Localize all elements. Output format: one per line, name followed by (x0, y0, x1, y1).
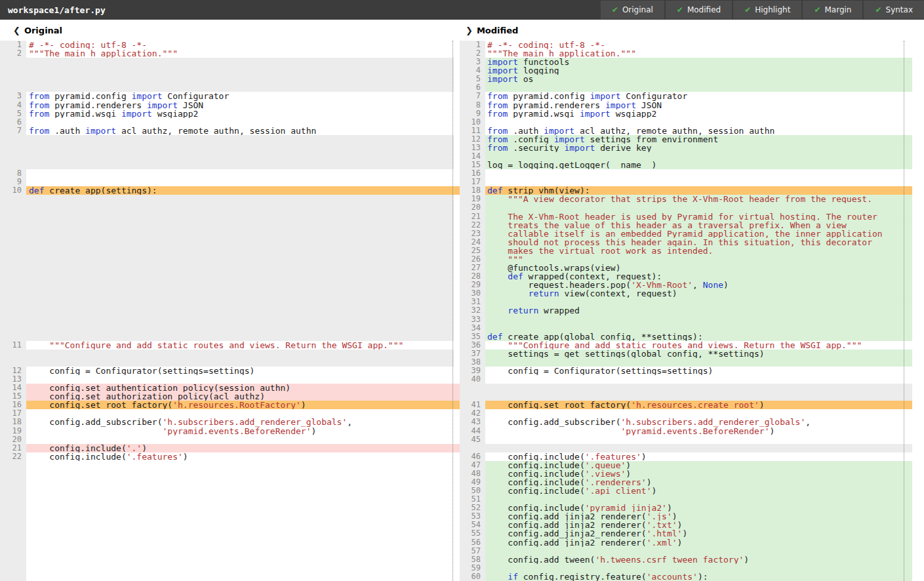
code-line-left[interactable] (26, 478, 454, 487)
code-line-left[interactable] (26, 255, 454, 264)
code-line-right[interactable] (485, 444, 912, 452)
code-line-right[interactable]: import os (485, 75, 912, 83)
code-line-left[interactable] (26, 152, 454, 161)
code-line-right[interactable]: config.include('pyramid_jinja2') (485, 504, 912, 512)
code-line-left[interactable] (26, 487, 454, 495)
code-line-right[interactable]: config.add_jinja2_renderer('.txt') (485, 521, 912, 529)
code-line-right[interactable]: import functools (485, 58, 912, 66)
code-line-right[interactable]: config.add_jinja2_renderer('.html') (485, 529, 912, 538)
code-line-right[interactable]: # -*- coding: utf-8 -*- (485, 41, 912, 49)
code-line-left[interactable] (26, 144, 454, 152)
code-line-right[interactable] (485, 392, 912, 401)
code-line-right[interactable]: return view(context, request) (485, 289, 912, 298)
code-line-left[interactable] (26, 58, 454, 66)
code-line-right[interactable] (485, 409, 912, 418)
code-line-right[interactable]: callable itself is an embedded Pyramid a… (485, 230, 912, 238)
code-line-right[interactable]: config.add_subscriber('h.subscribers.add… (485, 418, 912, 426)
code-line-right[interactable]: config.include('.queue') (485, 461, 912, 470)
code-line-right[interactable]: should not process this header again. In… (485, 238, 912, 247)
code-line-right[interactable]: from .config import settings_from_enviro… (485, 135, 912, 144)
code-line-left[interactable] (26, 547, 454, 555)
code-line-left[interactable] (26, 83, 454, 92)
code-line-left[interactable] (26, 358, 454, 367)
code-line-right[interactable]: from pyramid.renderers import JSON (485, 101, 912, 110)
code-line-right[interactable]: @functools.wraps(view) (485, 264, 912, 272)
code-line-left[interactable]: 'pyramid.events.BeforeRender') (26, 427, 454, 435)
code-line-right[interactable]: config.include('.api_client') (485, 487, 912, 495)
code-line-left[interactable]: from pyramid.wsgi import wsgiapp2 (26, 110, 454, 118)
code-line-left[interactable] (26, 409, 454, 418)
code-line-left[interactable] (26, 538, 454, 547)
code-line-right[interactable]: log = logging.getLogger(__name__) (485, 161, 912, 169)
code-line-left[interactable] (26, 324, 454, 332)
code-line-right[interactable] (485, 564, 912, 572)
code-line-right[interactable]: settings = get_settings(global_config, *… (485, 350, 912, 358)
code-line-right[interactable] (485, 152, 912, 161)
code-line-left[interactable] (26, 375, 454, 384)
code-line-left[interactable]: # -*- coding: utf-8 -*- (26, 41, 454, 49)
code-line-left[interactable] (26, 332, 454, 341)
code-line-right[interactable]: from .security import derive_key (485, 144, 912, 152)
code-line-right[interactable] (485, 375, 912, 384)
code-line-right[interactable]: config.add_jinja2_renderer('.js') (485, 512, 912, 521)
code-line-right[interactable]: """The main h application.""" (485, 49, 912, 58)
code-line-right[interactable]: from pyramid.config import Configurator (485, 92, 912, 100)
code-line-right[interactable] (485, 495, 912, 504)
code-line-right[interactable]: """ (485, 255, 912, 264)
code-line-left[interactable]: from pyramid.config import Configurator (26, 92, 454, 100)
code-line-left[interactable] (26, 247, 454, 255)
code-line-left[interactable]: config.add_subscriber('h.subscribers.add… (26, 418, 454, 426)
code-line-right[interactable] (485, 178, 912, 186)
code-line-right[interactable] (485, 315, 912, 324)
code-line-right[interactable]: def create_app(global_config, **settings… (485, 332, 912, 341)
code-line-right[interactable] (485, 118, 912, 127)
code-line-right[interactable] (485, 203, 912, 212)
code-line-left[interactable] (26, 289, 454, 298)
code-line-left[interactable] (26, 281, 454, 289)
toolbar-button-highlight[interactable]: ✔Highlight (733, 1, 801, 19)
code-line-left[interactable]: config = Configurator(settings=settings) (26, 367, 454, 375)
code-line-right[interactable]: treats the value of this header as a tra… (485, 221, 912, 230)
code-line-right[interactable]: config.set_root_factory('h.resources.cre… (485, 401, 912, 409)
code-line-left[interactable] (26, 238, 454, 247)
code-line-left[interactable] (26, 504, 454, 512)
code-line-left[interactable] (26, 350, 454, 358)
toolbar-button-margin[interactable]: ✔Margin (803, 1, 862, 19)
code-line-left[interactable] (26, 495, 454, 504)
toolbar-button-original[interactable]: ✔Original (601, 1, 664, 19)
code-line-right[interactable]: from .auth import acl_authz, remote_auth… (485, 127, 912, 135)
code-line-left[interactable] (26, 435, 454, 444)
code-line-right[interactable]: """A view decorator that strips the X-Vh… (485, 195, 912, 203)
chevron-right-icon[interactable]: ❯ (466, 26, 473, 35)
code-line-right[interactable] (485, 384, 912, 392)
code-line-right[interactable] (485, 169, 912, 178)
code-line-left[interactable] (26, 306, 454, 315)
code-line-left[interactable] (26, 221, 454, 230)
chevron-left-icon[interactable]: ❮ (13, 26, 20, 35)
code-line-left[interactable] (26, 470, 454, 478)
code-line-right[interactable]: The X-Vhm-Root header is used by Pyramid… (485, 212, 912, 221)
code-line-left[interactable] (26, 75, 454, 83)
code-line-right[interactable]: def wrapped(context, request): (485, 272, 912, 281)
code-line-left[interactable] (26, 512, 454, 521)
code-line-right[interactable] (485, 435, 912, 444)
code-line-left[interactable] (26, 118, 454, 127)
code-line-right[interactable] (485, 324, 912, 332)
code-line-right[interactable]: return wrapped (485, 306, 912, 315)
code-line-left[interactable] (26, 195, 454, 203)
code-line-left[interactable]: config.include('.features') (26, 452, 454, 461)
code-line-left[interactable] (26, 564, 454, 572)
code-line-left[interactable] (26, 161, 454, 169)
code-line-left[interactable]: """Configure and add static routes and v… (26, 341, 454, 350)
code-line-right[interactable]: config.include('.views') (485, 470, 912, 478)
code-line-left[interactable]: """The main h application.""" (26, 49, 454, 58)
code-line-left[interactable] (26, 66, 454, 75)
code-line-left[interactable] (26, 212, 454, 221)
code-line-left[interactable] (26, 298, 454, 306)
code-line-left[interactable] (26, 315, 454, 324)
toolbar-button-syntax[interactable]: ✔Syntax (864, 1, 924, 19)
code-line-left[interactable] (26, 555, 454, 564)
code-line-left[interactable] (26, 135, 454, 144)
code-line-left[interactable] (26, 178, 454, 186)
code-line-left[interactable] (26, 461, 454, 470)
